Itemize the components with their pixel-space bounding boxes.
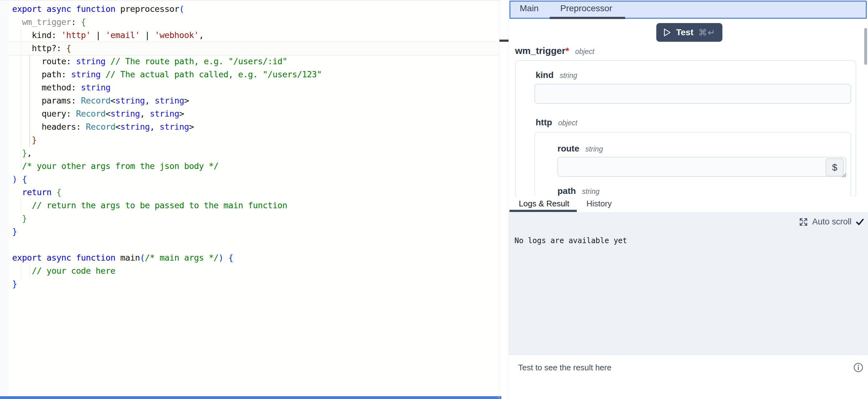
code-line[interactable]: headers: Record<string, string> — [12, 120, 322, 133]
schema-root-label: wm_trigger* object — [515, 45, 594, 56]
field-name: path — [557, 186, 576, 196]
preview-panel: Main Preprocessor Test ⌘↵ wm_trigger* ob… — [509, 0, 868, 399]
code-line[interactable]: } — [12, 212, 322, 225]
field-name: route — [557, 144, 579, 153]
path-field-label: path string — [557, 186, 599, 196]
panel-scrollbar-thumb[interactable] — [864, 28, 867, 65]
checkmark-icon[interactable] — [856, 218, 864, 226]
http-object-box: route string $ path string — [534, 132, 851, 197]
auto-scroll-toggle[interactable]: Auto scroll — [799, 217, 864, 226]
required-asterisk: * — [565, 45, 569, 56]
code-line[interactable]: path: string // The actual path called, … — [12, 68, 322, 81]
tab-preprocessor[interactable]: Preprocessor — [560, 3, 612, 13]
result-placeholder: Test to see the result here — [518, 363, 611, 372]
code-line[interactable]: export async function preprocessor( — [12, 2, 322, 16]
windmill-script-editor: export async function preprocessor( wm_t… — [0, 0, 868, 399]
expand-icon[interactable] — [799, 217, 808, 226]
kind-field-label: kind string — [536, 70, 577, 80]
code-content[interactable]: export async function preprocessor( wm_t… — [12, 2, 322, 290]
code-line[interactable]: query: Record<string, string> — [12, 107, 322, 120]
code-line[interactable]: export async function main(/* main args … — [12, 251, 322, 264]
code-line[interactable]: route: string // The route path, e.g. "/… — [12, 55, 322, 68]
root-field-type: object — [575, 48, 594, 56]
empty-logs-message: No logs are available yet — [515, 236, 627, 245]
code-line[interactable]: // your code here — [12, 264, 322, 277]
code-line[interactable]: /* your other args from the json body */ — [12, 160, 322, 173]
code-line[interactable]: return { — [12, 186, 322, 199]
log-output-area: Auto scroll No logs are available yet — [509, 212, 868, 355]
logs-tab-bar: Logs & Result History — [509, 196, 868, 213]
code-line[interactable]: }, — [12, 147, 322, 160]
code-line[interactable]: params: Record<string, string> — [12, 94, 322, 107]
code-line[interactable]: method: string — [12, 81, 322, 94]
code-editor-pane: export async function preprocessor( wm_t… — [0, 0, 501, 399]
code-line[interactable]: kind: 'http' | 'email' | 'webhook', — [12, 29, 322, 42]
field-name: kind — [536, 70, 554, 80]
field-name: http — [536, 118, 552, 127]
tab-logs-result[interactable]: Logs & Result — [519, 199, 569, 209]
info-icon[interactable] — [853, 362, 864, 373]
code-line[interactable]: } — [12, 277, 322, 290]
field-type: string — [582, 187, 599, 195]
editor-selected-bottom-bar — [0, 396, 501, 399]
field-type: string — [585, 145, 603, 153]
route-input[interactable]: $ — [557, 157, 846, 177]
field-type: object — [558, 119, 577, 127]
tab-main[interactable]: Main — [520, 3, 539, 13]
code-line[interactable]: } — [12, 225, 322, 238]
wm-trigger-object-box: kind string http object route string $ — [515, 60, 856, 197]
pane-divider[interactable] — [499, 0, 499, 399]
resize-grip-icon[interactable] — [841, 173, 847, 178]
test-shortcut: ⌘↵ — [699, 27, 716, 38]
code-line[interactable]: // return the args to be passed to the m… — [12, 199, 322, 212]
code-line[interactable] — [12, 238, 322, 251]
route-field-label: route string — [557, 144, 603, 154]
code-line[interactable]: ) { — [12, 173, 322, 186]
field-type: string — [560, 71, 577, 80]
kind-input[interactable] — [534, 84, 851, 104]
editor-tabs-bar: Main Preprocessor — [509, 1, 867, 19]
editor-gutter — [0, 1, 9, 399]
auto-scroll-label: Auto scroll — [812, 217, 851, 226]
tab-history[interactable]: History — [586, 199, 612, 209]
code-line[interactable]: } — [12, 133, 322, 147]
code-line[interactable]: http?: { — [12, 42, 322, 55]
code-line[interactable]: wm_trigger: { — [12, 16, 322, 29]
http-field-label: http object — [536, 118, 578, 127]
active-tab-underline — [509, 210, 577, 212]
overview-ruler-cursor-mark — [499, 39, 509, 42]
root-field-name: wm_trigger — [515, 45, 565, 56]
active-tab-underline — [550, 17, 625, 19]
result-area: Test to see the result here — [509, 355, 868, 399]
play-icon — [663, 28, 671, 37]
test-button[interactable]: Test ⌘↵ — [656, 23, 722, 42]
test-button-label: Test — [676, 27, 694, 37]
